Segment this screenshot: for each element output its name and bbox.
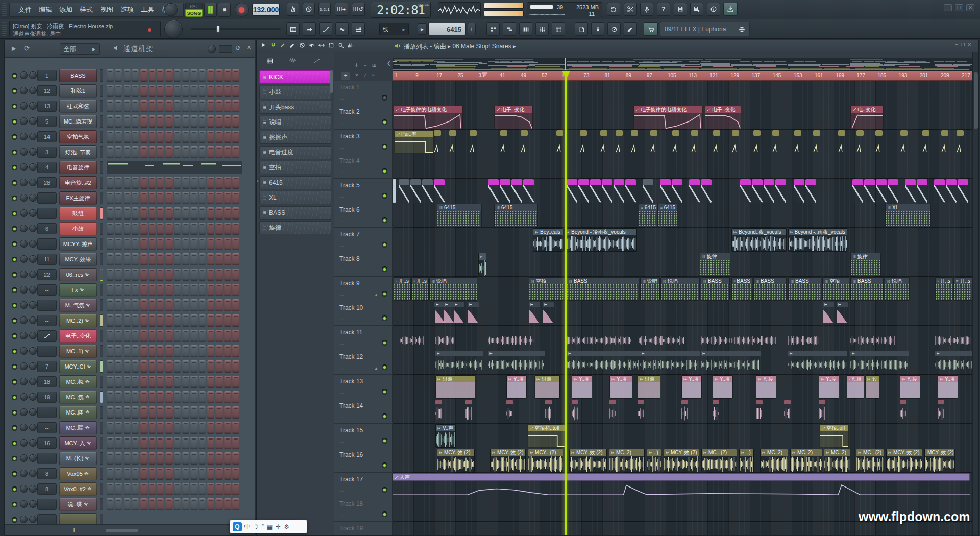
step-cell[interactable] — [190, 345, 198, 357]
step-cell[interactable] — [124, 452, 131, 465]
channel-button[interactable]: MCYY..擦声 — [59, 237, 97, 251]
mini-audio-clip[interactable] — [819, 400, 825, 423]
step-cell[interactable] — [224, 345, 231, 357]
channel-pan-knob[interactable] — [20, 516, 28, 523]
step-cell[interactable] — [165, 330, 173, 342]
step-cell[interactable] — [215, 314, 223, 327]
step-cell[interactable] — [215, 498, 223, 510]
channel-volume-knob[interactable] — [29, 102, 37, 110]
audio-segment[interactable] — [788, 351, 847, 374]
rack-swing-knob[interactable] — [208, 45, 216, 53]
step-cell[interactable] — [182, 468, 189, 480]
step-cell[interactable] — [124, 238, 131, 250]
next-empty-pattern-icon[interactable] — [303, 22, 316, 36]
track-options-dots[interactable]: ⋯ — [339, 194, 345, 200]
step-cell[interactable] — [224, 452, 231, 465]
track-options-dots[interactable]: ⋯ — [339, 366, 345, 371]
add-track-button[interactable]: + — [341, 72, 350, 80]
step-cell[interactable] — [132, 406, 139, 419]
step-cell[interactable] — [124, 498, 131, 510]
automation-spike-clip[interactable] — [631, 130, 638, 154]
step-cell[interactable] — [157, 314, 164, 327]
step-cell[interactable] — [165, 69, 173, 82]
block-clip[interactable] — [852, 179, 863, 203]
step-cell[interactable] — [165, 100, 173, 112]
step-cell[interactable] — [149, 223, 156, 235]
step-cell[interactable] — [215, 115, 223, 128]
step-cell[interactable] — [232, 238, 239, 250]
step-cell[interactable] — [132, 437, 139, 449]
channel-mute-led[interactable] — [12, 486, 17, 492]
pl-zoom-icon[interactable] — [338, 42, 344, 48]
rack-loop-icon[interactable]: ⟳ — [24, 44, 30, 52]
channel-pan-knob[interactable] — [20, 347, 28, 355]
section-clip[interactable]: Y..度 — [572, 375, 592, 399]
loop-record-button[interactable]: Ш↺ — [352, 3, 365, 16]
channel-pan-knob[interactable] — [20, 271, 28, 278]
glissando-icon[interactable] — [319, 22, 332, 36]
pianoroll-icon[interactable] — [286, 22, 300, 36]
audio-segment[interactable] — [435, 333, 455, 349]
track-header[interactable]: Track 1⋯ — [334, 81, 393, 105]
audio-clip[interactable]: MC..2) — [790, 449, 822, 472]
step-cell[interactable] — [165, 299, 173, 311]
channel-mute-led[interactable] — [12, 150, 17, 155]
pl-draw-icon[interactable] — [280, 42, 286, 48]
step-cell[interactable] — [132, 483, 139, 495]
playhead-line[interactable] — [565, 71, 567, 536]
step-cell[interactable] — [132, 146, 139, 158]
block-clip[interactable] — [399, 179, 409, 203]
step-cell[interactable] — [207, 330, 214, 342]
track-mute-led[interactable] — [382, 340, 387, 346]
section-clip[interactable]: Y..度 — [847, 375, 864, 399]
channel-button[interactable]: 电音旋律 — [59, 161, 97, 174]
pattern-item[interactable]: XL — [259, 191, 331, 204]
block-clip[interactable] — [752, 179, 763, 203]
step-cell[interactable] — [207, 223, 214, 235]
mini-audio-clip[interactable] — [572, 400, 578, 423]
channel-target-number[interactable]: 7 — [37, 361, 57, 372]
step-cell[interactable] — [149, 192, 156, 204]
step-cell[interactable] — [124, 146, 131, 158]
step-cell[interactable] — [124, 131, 131, 143]
step-cell[interactable] — [107, 437, 114, 449]
step-cell[interactable] — [199, 330, 206, 342]
channel-pan-knob[interactable] — [20, 225, 28, 232]
step-cell[interactable] — [132, 284, 139, 296]
step-cell[interactable] — [174, 85, 181, 97]
channel-mute-led[interactable] — [12, 441, 17, 446]
track-header[interactable]: Track 7⋯ — [334, 228, 393, 252]
rack-undo-icon[interactable]: ↺ — [235, 44, 240, 52]
step-cell[interactable] — [224, 360, 231, 373]
channel-button[interactable]: MCY..CI — [59, 360, 97, 373]
track-options-dots[interactable]: ⋯ — [339, 342, 345, 347]
block-clip[interactable] — [602, 179, 612, 203]
step-cell[interactable] — [124, 192, 131, 204]
block-clip[interactable] — [934, 179, 945, 203]
step-cell[interactable] — [207, 406, 214, 419]
track-mute-led[interactable] — [382, 266, 387, 272]
step-cell[interactable] — [174, 238, 181, 250]
step-cell[interactable] — [157, 131, 164, 143]
step-cell[interactable] — [124, 406, 131, 419]
block-clip[interactable] — [794, 179, 804, 203]
channel-selector-strip[interactable] — [100, 192, 103, 204]
step-cell[interactable] — [215, 253, 223, 265]
automation-spike-clip[interactable] — [600, 130, 607, 154]
block-clip[interactable] — [905, 179, 916, 203]
step-cell[interactable] — [174, 406, 181, 419]
step-cell[interactable] — [165, 483, 173, 495]
channel-pan-knob[interactable] — [20, 485, 28, 493]
step-cell[interactable] — [207, 238, 214, 250]
step-cell[interactable] — [140, 498, 148, 510]
channel-volume-knob[interactable] — [29, 408, 37, 416]
channel-selector-strip[interactable] — [100, 452, 103, 465]
block-clip[interactable] — [422, 179, 433, 203]
track-mute-led[interactable] — [382, 389, 387, 395]
step-cell[interactable] — [207, 376, 214, 388]
automation-spike-clip[interactable] — [556, 130, 564, 154]
cut-icon[interactable] — [624, 3, 637, 16]
automation-spike-clip[interactable] — [500, 130, 507, 154]
channel-button[interactable]: 说..碟 — [59, 498, 97, 511]
channel-button[interactable]: MC..隐若现 — [59, 115, 97, 128]
